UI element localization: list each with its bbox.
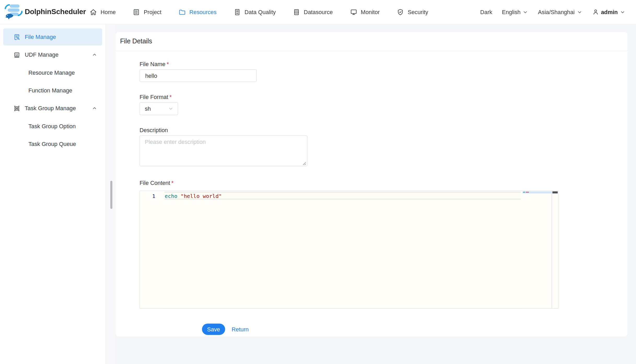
user-icon [592,9,599,15]
sidebar-item-task-group-queue[interactable]: Task Group Queue [3,136,102,152]
required-asterisk: * [170,94,172,100]
nav-label: Resources [189,9,217,15]
sidebar-item-task-group-option[interactable]: Task Group Option [3,118,102,134]
editor-minimap[interactable] [522,191,552,308]
timezone-select[interactable]: Asia/Shanghai [533,9,587,15]
editor-cursor-marker [552,191,558,193]
udf-icon [13,51,20,58]
nav-item-monitor[interactable]: Monitor [341,0,388,24]
chevron-down-icon [620,9,626,15]
brand-name: DolphinScheduler [25,8,86,16]
nav-label: Datasource [304,9,333,15]
line-number: 1 [140,192,155,200]
editor-scrollbar[interactable] [552,191,558,308]
file-format-select[interactable]: sh [139,102,178,115]
brand[interactable]: DolphinScheduler [0,3,81,21]
chevron-down-icon [577,9,582,15]
chevron-up-icon[interactable] [92,52,97,58]
user-menu[interactable]: admin [587,9,630,15]
project-icon [133,8,140,16]
chevron-down-icon [523,9,528,15]
nav-item-home[interactable]: Home [81,0,124,24]
sidebar-item-file-manage[interactable]: File Manage [3,28,102,45]
nav-item-project[interactable]: Project [124,0,170,24]
timezone-label: Asia/Shanghai [538,9,575,15]
save-button[interactable]: Save [202,324,225,335]
nav-right: Dark English Asia/Shanghai [475,9,636,15]
theme-toggle[interactable]: Dark [475,9,497,15]
required-asterisk: * [171,180,173,186]
file-name-label: File Name* [139,59,627,69]
content-scrollbar-track[interactable] [106,24,115,364]
theme-toggle-label: Dark [480,9,492,15]
file-format-label: File Format* [139,92,627,102]
nav-label: Home [101,9,116,15]
nav-label: Data Quality [244,9,276,15]
code-token-string: "hello world" [180,193,222,199]
top-nav: DolphinScheduler Home Project [0,0,636,24]
page-title: File Details [120,38,152,45]
sidebar-item-label: Task Group Manage [25,105,76,111]
code-line[interactable]: echo "hello world" [165,192,222,200]
file-details-form: File Name* File Format* sh Description [116,51,628,335]
main-menu: Home Project Resources [81,0,437,24]
file-format-value: sh [145,105,168,112]
data-quality-icon [234,8,241,16]
code-token-command: echo [165,193,177,199]
sidebar-item-label: Resource Manage [28,69,75,76]
description-textarea[interactable] [139,136,307,166]
nav-label: Monitor [361,9,380,15]
monitor-icon [350,8,357,16]
minimap-code-mark [526,192,529,193]
file-search-icon [13,33,20,40]
return-link[interactable]: Return [232,326,249,333]
security-shield-icon [397,8,404,16]
content-scrollbar-thumb[interactable] [110,181,112,209]
file-details-card: File Details File Name* File Format* sh … [116,32,628,337]
sidebar-item-label: File Manage [25,34,56,40]
home-icon [90,8,97,16]
editor-gutter: 1 [140,191,164,308]
sidebar-item-label: UDF Manage [25,51,59,58]
form-actions: Save Return [202,324,627,335]
sidebar-item-label: Task Group Option [28,123,76,130]
file-content-label: File Content* [139,178,627,188]
required-asterisk: * [167,61,169,67]
sidebar-item-task-group-manage[interactable]: Task Group Manage [3,100,102,117]
app-root: DolphinScheduler Home Project [0,0,636,364]
dolphinscheduler-logo-icon [4,3,23,21]
nav-label: Security [408,9,428,15]
file-name-input[interactable] [139,69,257,82]
nav-label: Project [144,9,161,15]
task-group-icon [13,105,20,111]
sidebar-item-function-manage[interactable]: Function Manage [3,82,102,99]
nav-item-data-quality[interactable]: Data Quality [225,0,284,24]
card-header: File Details [116,32,628,51]
chevron-down-icon [168,106,174,111]
sidebar: File Manage UDF Manage Resource Manage F… [0,24,106,364]
nav-item-resources[interactable]: Resources [170,0,225,24]
datasource-icon [293,8,300,16]
sidebar-item-resource-manage[interactable]: Resource Manage [3,64,102,81]
minimap-code-mark [523,192,525,193]
code-token-space [177,193,180,199]
sidebar-item-udf-manage[interactable]: UDF Manage [3,46,102,63]
code-editor[interactable]: 1 echo "hello world" [139,191,558,309]
chevron-up-icon[interactable] [92,105,97,111]
sidebar-item-label: Function Manage [28,87,72,94]
language-select[interactable]: English [497,9,533,15]
description-label: Description [139,125,627,135]
folder-icon [178,8,186,16]
nav-item-security[interactable]: Security [388,0,437,24]
nav-item-datasource[interactable]: Datasource [284,0,341,24]
language-label: English [502,9,521,15]
sidebar-item-label: Task Group Queue [28,141,76,147]
user-name: admin [601,9,618,15]
